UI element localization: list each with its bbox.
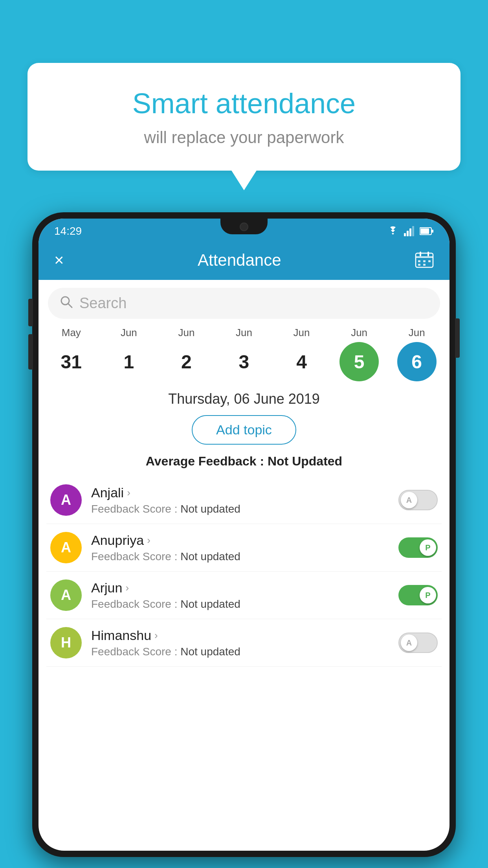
svg-rect-5 xyxy=(420,228,429,234)
wifi-icon xyxy=(387,226,399,236)
cal-month-label: Jun xyxy=(409,327,425,339)
student-feedback: Feedback Score : Not updated xyxy=(91,550,389,563)
svg-rect-12 xyxy=(423,260,426,262)
cal-day-number: 31 xyxy=(51,342,91,381)
student-name: Anjali › xyxy=(91,485,389,500)
calendar-day-4[interactable]: Jun4 xyxy=(274,327,329,381)
student-name: Anupriya › xyxy=(91,533,389,548)
student-info: Arjun ›Feedback Score : Not updated xyxy=(91,580,389,611)
student-avatar: A xyxy=(50,532,82,563)
calendar-day-6[interactable]: Jun6 xyxy=(389,327,444,381)
calendar-icon[interactable] xyxy=(415,251,434,270)
student-item-3[interactable]: HHimanshu ›Feedback Score : Not updatedA xyxy=(46,619,442,667)
svg-rect-0 xyxy=(404,233,406,236)
attendance-toggle[interactable]: P xyxy=(398,585,438,605)
student-item-1[interactable]: AAnupriya ›Feedback Score : Not updatedP xyxy=(46,524,442,572)
cal-month-label: Jun xyxy=(178,327,194,339)
svg-line-17 xyxy=(68,303,72,307)
student-name: Arjun › xyxy=(91,580,389,596)
cal-month-label: Jun xyxy=(351,327,367,339)
cal-month-label: Jun xyxy=(236,327,252,339)
student-feedback: Feedback Score : Not updated xyxy=(91,598,389,611)
battery-icon xyxy=(420,227,434,235)
search-placeholder: Search xyxy=(79,295,127,312)
phone-screen: 14:29 xyxy=(39,219,449,851)
calendar-row: May31Jun1Jun2Jun3Jun4Jun5Jun6 xyxy=(39,327,449,381)
power-button xyxy=(455,318,460,358)
cal-month-label: May xyxy=(62,327,81,339)
speech-bubble-container: Smart attendance will replace your paper… xyxy=(28,63,460,171)
svg-rect-2 xyxy=(409,228,411,236)
student-avatar: A xyxy=(50,484,82,516)
chevron-icon: › xyxy=(127,487,130,499)
toggle-knob: P xyxy=(420,539,436,556)
toggle-switch[interactable]: A xyxy=(398,490,438,510)
student-avatar: A xyxy=(50,579,82,611)
student-feedback: Feedback Score : Not updated xyxy=(91,503,389,515)
svg-rect-11 xyxy=(418,260,420,262)
chevron-icon: › xyxy=(154,629,158,642)
cal-month-label: Jun xyxy=(294,327,310,339)
avg-feedback: Average Feedback : Not Updated xyxy=(39,454,449,469)
cal-day-number: 5 xyxy=(339,342,379,381)
phone-frame: 14:29 xyxy=(32,212,456,857)
search-bar[interactable]: Search xyxy=(48,288,440,319)
toggle-switch[interactable]: A xyxy=(398,633,438,653)
cal-day-number: 4 xyxy=(282,342,321,381)
svg-rect-9 xyxy=(420,252,421,256)
svg-rect-8 xyxy=(416,256,433,258)
attendance-toggle[interactable]: P xyxy=(398,537,438,558)
calendar-day-5[interactable]: Jun5 xyxy=(332,327,387,381)
toggle-knob: A xyxy=(401,492,417,508)
vol-down-button xyxy=(28,334,33,370)
student-item-2[interactable]: AArjun ›Feedback Score : Not updatedP xyxy=(46,572,442,619)
bubble-subtitle: will replace your paperwork xyxy=(55,128,433,147)
attendance-toggle[interactable]: A xyxy=(398,490,438,510)
student-avatar: H xyxy=(50,627,82,658)
svg-rect-15 xyxy=(423,264,426,266)
calendar-day-3[interactable]: Jun3 xyxy=(216,327,272,381)
student-list: AAnjali ›Feedback Score : Not updatedAAA… xyxy=(39,476,449,667)
toggle-switch[interactable]: P xyxy=(398,585,438,605)
calendar-day-1[interactable]: Jun1 xyxy=(101,327,156,381)
toggle-knob: A xyxy=(401,634,417,651)
phone-notch xyxy=(220,219,268,234)
add-topic-button[interactable]: Add topic xyxy=(192,415,296,445)
status-time: 14:29 xyxy=(54,225,82,237)
cal-day-number: 3 xyxy=(224,342,264,381)
front-camera xyxy=(240,223,248,231)
speech-bubble: Smart attendance will replace your paper… xyxy=(28,63,460,171)
student-name: Himanshu › xyxy=(91,628,389,643)
close-button[interactable]: × xyxy=(54,251,64,270)
svg-rect-14 xyxy=(418,264,420,266)
svg-rect-3 xyxy=(412,226,414,236)
bubble-title: Smart attendance xyxy=(55,86,433,120)
attendance-toggle[interactable]: A xyxy=(398,633,438,653)
app-header: × Attendance xyxy=(39,241,449,280)
phone-container: 14:29 xyxy=(32,212,456,868)
vol-up-button xyxy=(28,299,33,326)
svg-rect-13 xyxy=(428,260,431,262)
svg-rect-1 xyxy=(407,231,409,236)
student-info: Anjali ›Feedback Score : Not updated xyxy=(91,485,389,515)
calendar-day-2[interactable]: Jun2 xyxy=(159,327,214,381)
search-icon xyxy=(60,295,73,312)
selected-date: Thursday, 06 June 2019 xyxy=(39,391,449,407)
signal-icon xyxy=(404,226,415,236)
cal-day-number: 2 xyxy=(167,342,206,381)
student-info: Anupriya ›Feedback Score : Not updated xyxy=(91,533,389,563)
header-title: Attendance xyxy=(198,251,281,270)
toggle-knob: P xyxy=(420,587,436,603)
student-info: Himanshu ›Feedback Score : Not updated xyxy=(91,628,389,658)
app-content: Search May31Jun1Jun2Jun3Jun4Jun5Jun6 Thu… xyxy=(39,280,449,851)
student-item-0[interactable]: AAnjali ›Feedback Score : Not updatedA xyxy=(46,476,442,524)
chevron-icon: › xyxy=(125,582,129,594)
background: Smart attendance will replace your paper… xyxy=(0,0,488,868)
cal-day-number: 6 xyxy=(397,342,437,381)
svg-rect-10 xyxy=(427,252,429,256)
calendar-day-31[interactable]: May31 xyxy=(44,327,99,381)
student-feedback: Feedback Score : Not updated xyxy=(91,645,389,658)
toggle-switch[interactable]: P xyxy=(398,537,438,558)
svg-rect-6 xyxy=(432,230,433,233)
status-icons xyxy=(387,226,434,236)
